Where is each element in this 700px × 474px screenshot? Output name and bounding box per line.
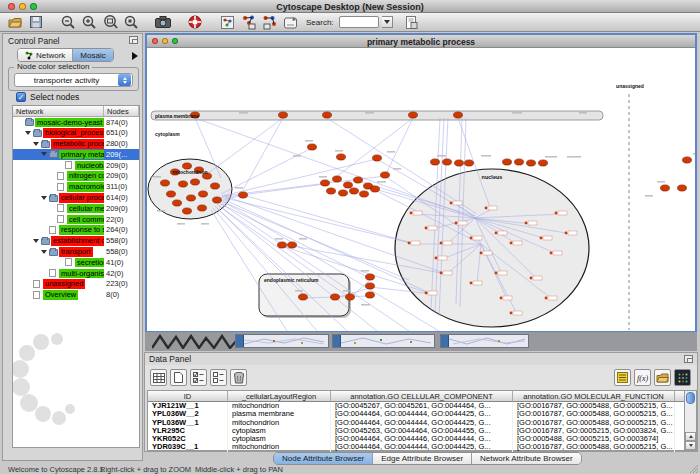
table-cell[interactable]: [GO:0044464, GO:0044444, GO:0044425, G..… (331, 443, 513, 451)
table-cell[interactable]: YPL036W__1 (148, 419, 228, 427)
tree-column-network[interactable]: Network (13, 106, 104, 116)
nucleus-node[interactable] (510, 242, 513, 245)
table-row-ypl036w__1[interactable]: YPL036W__1mitochondrion[GO:0044464, GO:0… (148, 419, 696, 427)
tree-row-overview[interactable]: Overview8(0) (13, 290, 139, 301)
nucleus-node[interactable] (435, 257, 438, 260)
zoom-in-icon[interactable] (80, 14, 98, 30)
nucleus-node[interactable] (565, 232, 568, 235)
nucleus-node[interactable] (425, 292, 428, 295)
tab-node-attribute-browser[interactable]: Node Attribute Browser (274, 453, 373, 464)
nucleus-node[interactable] (545, 297, 548, 300)
tab-network[interactable]: Network (18, 49, 73, 61)
table-cell[interactable]: YPL036W__2 (148, 410, 228, 418)
open-session-icon[interactable] (6, 14, 24, 30)
network-node[interactable] (503, 159, 512, 165)
table-cell[interactable]: [GO:0016787, GO:0005488, GO:0005215, G..… (513, 402, 675, 410)
nucleus-node[interactable] (450, 202, 453, 205)
network-node[interactable] (678, 185, 687, 191)
network-node[interactable] (350, 188, 359, 194)
unselect-attributes-icon[interactable] (210, 369, 227, 386)
network-node[interactable] (683, 157, 692, 163)
table-cell[interactable]: mitochondrion (228, 443, 331, 451)
tree-expand-arrow-icon[interactable] (41, 196, 47, 200)
tree-row-mosaic-demo-yeast[interactable]: mosaic-demo-yeast874(0) (13, 117, 139, 128)
network-node[interactable] (465, 160, 474, 166)
nucleus-node[interactable] (425, 227, 428, 230)
layout-icon[interactable] (260, 14, 278, 30)
network-node[interactable] (321, 180, 330, 186)
network-node[interactable] (323, 112, 332, 118)
nucleus-node[interactable] (530, 277, 533, 280)
snapshot-icon[interactable] (154, 14, 172, 30)
tree-expand-arrow-icon[interactable] (33, 142, 39, 146)
table-row-yjr121w__1[interactable]: YJR121W__1mitochondrion[GO:0045267, GO:0… (148, 402, 696, 410)
node-color-dropdown[interactable]: transporter activity (14, 73, 133, 87)
tree-column-nodes[interactable]: Nodes (104, 106, 139, 116)
control-panel-float-icon[interactable] (129, 36, 138, 44)
table-cell[interactable]: [GO:0016787, GO:0005215, GO:0003824, G..… (513, 427, 675, 435)
scroll-down-button[interactable] (685, 441, 696, 450)
network-node[interactable] (344, 182, 353, 188)
network-node[interactable] (173, 200, 182, 206)
table-cell[interactable]: [GO:0016787, GO:0005488, GO:0005215, G..… (513, 419, 675, 427)
network-node[interactable] (661, 185, 670, 191)
table-cell[interactable]: YLR295C (148, 427, 228, 435)
nucleus-node[interactable] (455, 222, 458, 225)
table-cell[interactable]: [GO:0044464, GO:0044446, GO:0044444, G..… (331, 435, 513, 443)
table-cell[interactable]: [GO:0045263, GO:0044464, GO:0044455, G..… (331, 427, 513, 435)
vizmapper-icon[interactable] (239, 14, 257, 30)
network-node[interactable] (179, 181, 188, 187)
table-cell[interactable]: plasma membrane (228, 410, 331, 418)
network-node[interactable] (431, 159, 440, 165)
network-node[interactable] (211, 183, 220, 189)
filter-icon[interactable] (281, 14, 299, 30)
table-cell[interactable]: [GO:0045267, GO:0045261, GO:0044464, G..… (331, 402, 513, 410)
tree-row-secretion[interactable]: secretion41(0) (13, 257, 139, 268)
tree-row-unassigned[interactable]: unassigned223(0) (13, 279, 139, 290)
column-header-annotation-go-molecular-function[interactable]: annotation.GO MOLECULAR_FUNCTION (513, 391, 675, 402)
network-node[interactable] (299, 294, 308, 300)
network-node[interactable] (308, 144, 317, 150)
table-cell[interactable]: YKR052C (148, 435, 228, 443)
scroll-up-button[interactable] (685, 432, 696, 441)
attribute-matrix-icon[interactable] (674, 369, 691, 386)
table-row-ydr039c__1[interactable]: YDR039C__1mitochondrion[GO:0044464, GO:0… (148, 443, 696, 451)
nucleus-node[interactable] (555, 212, 558, 215)
tab-mosaic[interactable]: Mosaic (73, 49, 112, 61)
network-node[interactable] (331, 294, 340, 300)
network-node[interactable] (278, 242, 287, 248)
tab-network-attribute-browser[interactable]: Network Attribute Browser (472, 453, 580, 464)
network-node[interactable] (288, 242, 297, 248)
table-cell[interactable]: cytoplasm (228, 435, 331, 443)
network-node[interactable] (213, 197, 222, 203)
tree-row-biological-process[interactable]: biological_process651(0) (13, 128, 139, 139)
minimized-window-1[interactable] (235, 334, 329, 348)
select-nodes-checkbox[interactable]: ✓ (16, 92, 26, 102)
annotation-icon[interactable] (218, 14, 236, 30)
network-node[interactable] (183, 208, 192, 214)
nucleus-node[interactable] (440, 242, 443, 245)
table-cell[interactable]: [GO:0044464, GO:0044444, GO:0044425, G..… (331, 410, 513, 418)
save-session-icon[interactable] (27, 14, 45, 30)
table-cell[interactable]: cytoplasm (228, 427, 331, 435)
network-node[interactable] (337, 154, 346, 160)
network-node[interactable] (239, 192, 248, 198)
zoom-out-icon[interactable] (59, 14, 77, 30)
tree-row-response-to-stimul[interactable]: response to stimul264(0) (13, 225, 139, 236)
nucleus-node[interactable] (485, 207, 488, 210)
function-builder-icon[interactable]: f(x) (634, 369, 651, 386)
column-header-annotation-go-cellular-component[interactable]: annotation.GO CELLULAR_COMPONENT (331, 391, 513, 402)
table-row-ykr052c[interactable]: YKR052Ccytoplasm[GO:0044464, GO:0044446,… (148, 435, 696, 443)
tree-row-multi-organism-pro[interactable]: multi-organism pro42(0) (13, 268, 139, 279)
network-node[interactable] (366, 283, 375, 289)
network-node[interactable] (198, 205, 207, 211)
help-icon[interactable] (186, 14, 204, 30)
tab-overflow-arrow-icon[interactable] (132, 52, 138, 60)
tree-row-metabolic-process[interactable]: metabolic process280(0) (13, 139, 139, 150)
network-node[interactable] (161, 180, 170, 186)
minimized-network-zigzag[interactable] (152, 334, 240, 349)
network-window-titlebar[interactable]: primary metabolic process (147, 35, 695, 48)
nucleus-node[interactable] (500, 297, 503, 300)
table-cell[interactable]: YDR039C__1 (148, 443, 228, 451)
zoom-selected-icon[interactable] (101, 14, 119, 30)
